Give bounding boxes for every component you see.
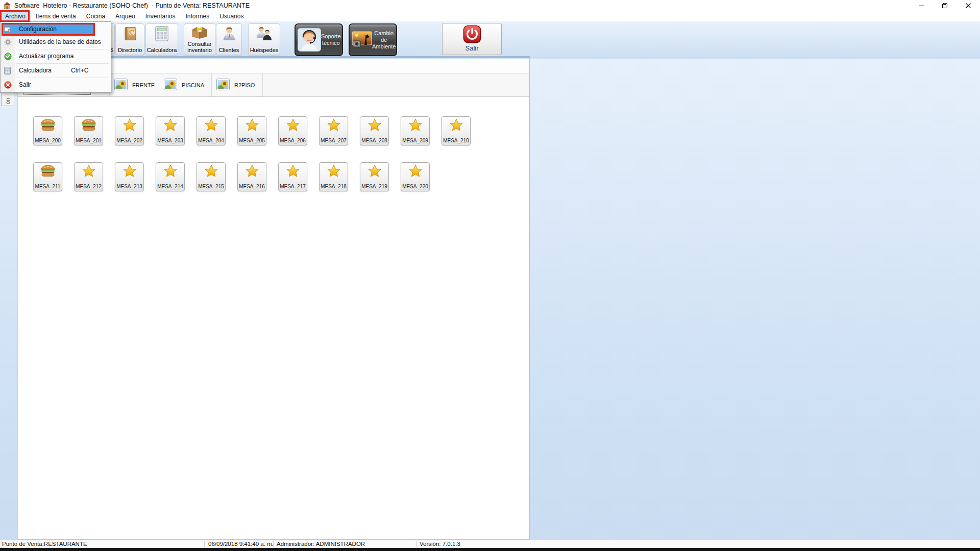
status-separator	[204, 541, 205, 547]
tab-piscina[interactable]: PISCINA	[159, 73, 208, 96]
menu-item-label: Calculadora	[19, 64, 52, 77]
mesa-button[interactable]: MESA_214	[156, 162, 185, 191]
menu-item-configuracion[interactable]: Configuración	[1, 23, 111, 36]
support-agent-icon	[298, 28, 321, 52]
status-separator	[416, 541, 416, 547]
menu-item-calculadora[interactable]: Calculadora Ctrl+C	[1, 64, 111, 77]
sunflower-icon	[164, 79, 177, 91]
mesa-label: MESA_211	[34, 184, 62, 189]
mesa-button[interactable]: MESA_201	[74, 116, 103, 145]
people-icon	[249, 26, 280, 40]
restore-button[interactable]	[933, 0, 957, 11]
ambientes-tab-control: FRENTE PISCINA R2PISO MESA_200 MESA_201 …	[17, 59, 530, 540]
tab-piscina-label: PISCINA	[182, 82, 204, 88]
mesa-button[interactable]: MESA_218	[319, 162, 348, 191]
burger-icon	[75, 118, 103, 132]
person-icon	[216, 26, 241, 40]
menu-informes[interactable]: Informes	[181, 11, 215, 21]
status-punto-de-venta: Punto de Venta:RESTAURANTE	[2, 540, 87, 548]
mesa-button[interactable]: MESA_213	[115, 162, 144, 191]
sunflower-icon	[216, 79, 230, 91]
app-window: Software Hotelero - Restaurante (SOHO-Ch…	[0, 0, 980, 551]
minimize-button[interactable]	[910, 0, 933, 11]
mesa-button[interactable]: MESA_219	[360, 162, 389, 191]
close-button[interactable]	[957, 0, 980, 11]
star-icon	[156, 164, 184, 178]
menu-separator	[16, 78, 109, 78]
cambio-ambiente-label: Cambio de Ambiente	[372, 30, 397, 50]
menu-usuarios[interactable]: Usuarios	[214, 11, 249, 21]
menu-cocina[interactable]: Cocina	[81, 11, 110, 21]
gear-icon	[4, 38, 12, 46]
mesa-button[interactable]: MESA_217	[278, 162, 307, 191]
mesa-label: MESA_216	[238, 184, 266, 189]
star-icon	[238, 118, 266, 132]
mesa-label: MESA_208	[360, 138, 388, 143]
mesa-label: MESA_219	[360, 184, 388, 189]
soporte-tecnico-button[interactable]: Soporte técnico	[295, 23, 343, 56]
huespedes-button[interactable]: Huéspedes	[248, 23, 280, 55]
mesa-button[interactable]: MESA_205	[237, 116, 266, 145]
mesa-label: MESA_218	[320, 184, 348, 189]
sunflower-icon	[114, 79, 128, 91]
mesa-button[interactable]: MESA_211	[33, 162, 62, 191]
menu-arqueo[interactable]: Arqueo	[110, 11, 140, 21]
mesa-button[interactable]: MESA_209	[401, 116, 430, 145]
mesa-label: MESA_212	[75, 184, 103, 189]
menu-item-actualizar[interactable]: Actualizar programa	[1, 50, 111, 63]
cambio-ambiente-button[interactable]: Cambio de Ambiente	[349, 23, 397, 56]
mesa-button[interactable]: MESA_216	[237, 162, 266, 191]
archivo-dropdown-menu: Configuración Utilidades de la base de d…	[0, 21, 111, 93]
mesa-row-2: MESA_211 MESA_212 MESA_213 MESA_214 MESA…	[33, 162, 430, 191]
star-icon	[156, 118, 184, 132]
menu-item-label: Actualizar programa	[19, 50, 74, 63]
menu-separator	[16, 63, 109, 64]
svg-text:@: @	[129, 30, 134, 35]
salir-button[interactable]: Salir	[442, 23, 502, 55]
mesa-button[interactable]: MESA_220	[401, 162, 430, 191]
mesa-label: MESA_201	[75, 138, 103, 143]
config-form-icon	[4, 26, 12, 33]
mesa-button[interactable]: MESA_206	[278, 116, 307, 145]
mesa-button[interactable]: MESA_210	[442, 116, 471, 145]
mesa-label: MESA_209	[401, 138, 429, 143]
menu-inventarios[interactable]: Inventarios	[140, 11, 181, 21]
mesa-label: MESA_203	[156, 138, 184, 143]
mesa-label: MESA_206	[279, 138, 307, 143]
mesa-button[interactable]: MESA_207	[319, 116, 348, 145]
mesa-label: MESA_207	[320, 138, 348, 143]
menu-item-salir[interactable]: Salir	[1, 79, 111, 91]
consultar-inventario-button[interactable]: Consultar inventario	[184, 23, 215, 55]
mesa-button[interactable]: MESA_203	[156, 116, 185, 145]
clientes-button[interactable]: Clientes	[216, 23, 242, 55]
tab-r2piso[interactable]: R2PISO	[211, 73, 263, 96]
tab-frente[interactable]: FRENTE	[109, 73, 159, 96]
menu-item-utilidades[interactable]: Utilidades de la base de datos	[1, 36, 111, 48]
mesa-label: MESA_205	[238, 138, 266, 143]
mesa-label: MESA_210	[442, 138, 470, 143]
clientes-label: Clientes	[216, 47, 241, 53]
mesa-button[interactable]: MESA_208	[360, 116, 389, 145]
titlebar: Software Hotelero - Restaurante (SOHO-Ch…	[0, 0, 980, 11]
mesa-button[interactable]: MESA_204	[197, 116, 226, 145]
mesa-button[interactable]: MESA_212	[74, 162, 103, 191]
update-check-icon	[4, 53, 12, 60]
star-icon	[401, 118, 429, 132]
mesa-button[interactable]: MESA_215	[197, 162, 226, 191]
mesa-label: MESA_214	[156, 184, 184, 189]
mesa-button[interactable]: MESA_202	[115, 116, 144, 145]
status-datetime: 06/09/2018 9:41:40 a. m.	[208, 540, 274, 548]
menu-separator	[16, 49, 109, 49]
close-circle-icon	[4, 81, 12, 89]
mesa-button[interactable]: MESA_200	[33, 116, 62, 145]
salir-label: Salir	[443, 44, 501, 52]
calculator-icon	[146, 26, 178, 41]
calculadora-button[interactable]: Calculadora	[145, 23, 178, 55]
bottom-dark-strip	[0, 548, 980, 551]
app-icon	[3, 2, 11, 10]
soporte-tecnico-label: Soporte técnico	[321, 33, 342, 46]
menu-items-de-venta[interactable]: Items de venta	[31, 11, 81, 21]
side-tab-label: ón	[5, 98, 11, 104]
directorio-button[interactable]: @ Directorio	[115, 23, 144, 55]
huespedes-label: Huéspedes	[249, 47, 280, 53]
